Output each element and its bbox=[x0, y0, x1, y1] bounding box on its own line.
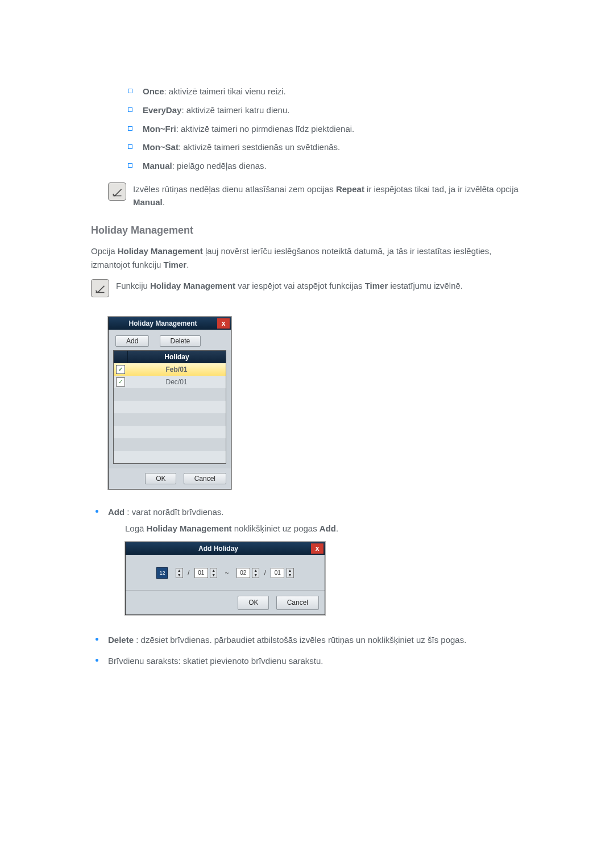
month-end-spinner[interactable]: ▲▼ bbox=[252, 568, 259, 578]
bullet-delete: Delete : dzēsiet brīvdienas. pārbaudiet … bbox=[91, 633, 526, 646]
note-icon bbox=[108, 182, 126, 201]
bullet-add: Add : varat norādīt brīvdienas. Logā Hol… bbox=[91, 505, 526, 625]
option-mon-fri: Mon~Fri: aktivizē taimeri no pirmdienas … bbox=[128, 123, 526, 135]
row-value: Feb/01 bbox=[127, 366, 226, 373]
ok-button[interactable]: OK bbox=[238, 596, 269, 610]
note-icon bbox=[91, 279, 109, 297]
month-start-spinner[interactable]: ▲▼ bbox=[176, 568, 183, 578]
close-icon[interactable]: x bbox=[217, 318, 230, 329]
window-toolbar: Add Delete bbox=[109, 330, 231, 350]
repeat-options-list: Once: aktivizē taimeri tikai vienu reizi… bbox=[128, 85, 526, 172]
section-intro: Opcija Holiday Management ļauj novērst i… bbox=[91, 244, 526, 271]
header-holiday-col[interactable]: Holiday bbox=[128, 351, 226, 363]
bullet-add-sub: Logā Holiday Management noklikšķiniet uz… bbox=[108, 522, 526, 535]
section-heading: Holiday Management bbox=[91, 225, 526, 236]
table-row[interactable]: ✓ Feb/01 bbox=[114, 363, 226, 376]
note-text: Funkciju Holiday Management var iespējot… bbox=[116, 279, 526, 292]
holiday-management-window: Holiday Management x Add Delete Holiday … bbox=[108, 317, 231, 489]
window-titlebar: Holiday Management x bbox=[109, 317, 231, 330]
note-text: Izvēles rūtiņas nedēļas dienu atlasīšana… bbox=[133, 182, 526, 209]
option-once: Once: aktivizē taimeri tikai vienu reizi… bbox=[128, 85, 526, 98]
window-footer: OK Cancel bbox=[109, 468, 231, 489]
row-checkbox[interactable]: ✓ bbox=[116, 365, 125, 374]
add-holiday-body: 12 ▲▼ / 01 ▲▼ ~ 02 ▲▼ / 01 ▲▼ bbox=[126, 555, 325, 590]
feature-bullets: Add : varat norādīt brīvdienas. Logā Hol… bbox=[91, 505, 526, 668]
holiday-grid: Holiday ✓ Feb/01 ✓ Dec/01 bbox=[113, 350, 226, 464]
header-checkbox-col[interactable] bbox=[114, 351, 128, 363]
window-titlebar: Add Holiday x bbox=[126, 542, 325, 555]
day-end-spinner[interactable]: ▲▼ bbox=[287, 568, 294, 578]
add-button[interactable]: Add bbox=[115, 335, 149, 347]
note-holiday: Funkciju Holiday Management var iespējot… bbox=[91, 279, 526, 297]
add-holiday-window: Add Holiday x 12 ▲▼ / 01 ▲▼ ~ 02 ▲▼ / 01… bbox=[125, 542, 325, 615]
day-end-field[interactable]: 01 bbox=[271, 568, 284, 578]
window-title: Add Holiday bbox=[126, 543, 311, 554]
day-start-field[interactable]: 01 bbox=[194, 568, 208, 578]
window-footer: OK Cancel bbox=[126, 590, 325, 614]
day-start-spinner[interactable]: ▲▼ bbox=[210, 568, 217, 578]
option-mon-sat: Mon~Sat: aktivizē taimeri sestdienās un … bbox=[128, 141, 526, 153]
option-everyday: EveryDay: aktivizē taimeri katru dienu. bbox=[128, 104, 526, 117]
option-manual: Manual: pielāgo nedēļas dienas. bbox=[128, 160, 526, 172]
cancel-button[interactable]: Cancel bbox=[184, 473, 226, 484]
window-title: Holiday Management bbox=[109, 319, 217, 327]
table-row[interactable]: ✓ Dec/01 bbox=[114, 376, 226, 388]
month-end-field[interactable]: 02 bbox=[237, 568, 250, 578]
calendar-icon[interactable]: 12 bbox=[156, 567, 168, 579]
row-value: Dec/01 bbox=[127, 378, 226, 386]
note-repeat: Izvēles rūtiņas nedēļas dienu atlasīšana… bbox=[108, 182, 526, 209]
delete-button[interactable]: Delete bbox=[160, 335, 201, 347]
bullet-list: Brīvdienu saraksts: skatiet pievienoto b… bbox=[91, 654, 526, 667]
close-icon[interactable]: x bbox=[311, 543, 323, 554]
cancel-button[interactable]: Cancel bbox=[276, 596, 319, 610]
row-checkbox[interactable]: ✓ bbox=[116, 377, 125, 387]
ok-button[interactable]: OK bbox=[145, 473, 176, 484]
